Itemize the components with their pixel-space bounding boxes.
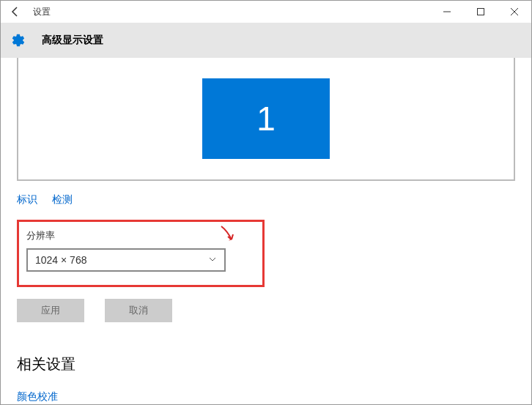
minimize-button[interactable] (430, 1, 464, 23)
monitor-number: 1 (256, 99, 276, 138)
titlebar: 设置 (1, 1, 531, 23)
content-area: 1 标识 检测 分辨率 1024 × 768 应用 取消 相关设置 颜色校准 (1, 58, 531, 404)
window-controls (430, 1, 531, 23)
color-calibration-link[interactable]: 颜色校准 (17, 390, 515, 404)
detect-link[interactable]: 检测 (52, 193, 73, 205)
chevron-down-icon (208, 255, 217, 266)
svg-rect-1 (478, 9, 484, 15)
window-title: 设置 (33, 6, 51, 18)
button-row: 应用 取消 (17, 299, 515, 322)
resolution-value: 1024 × 768 (35, 254, 86, 266)
close-button[interactable] (498, 1, 531, 23)
identify-link[interactable]: 标识 (17, 193, 37, 205)
header-bar: 高级显示设置 (1, 23, 531, 58)
maximize-button[interactable] (464, 1, 498, 23)
back-button[interactable] (7, 3, 24, 21)
page-title: 高级显示设置 (42, 34, 103, 47)
monitor-thumbnail[interactable]: 1 (202, 78, 330, 159)
related-settings-title: 相关设置 (17, 354, 515, 374)
gear-icon (11, 33, 26, 48)
resolution-highlight: 分辨率 1024 × 768 (17, 220, 265, 287)
resolution-dropdown[interactable]: 1024 × 768 (26, 248, 226, 272)
cancel-button[interactable]: 取消 (105, 299, 172, 322)
display-links: 标识 检测 (17, 193, 515, 207)
resolution-label: 分辨率 (26, 229, 252, 242)
display-preview-box: 1 (17, 58, 515, 181)
apply-button[interactable]: 应用 (17, 299, 84, 322)
